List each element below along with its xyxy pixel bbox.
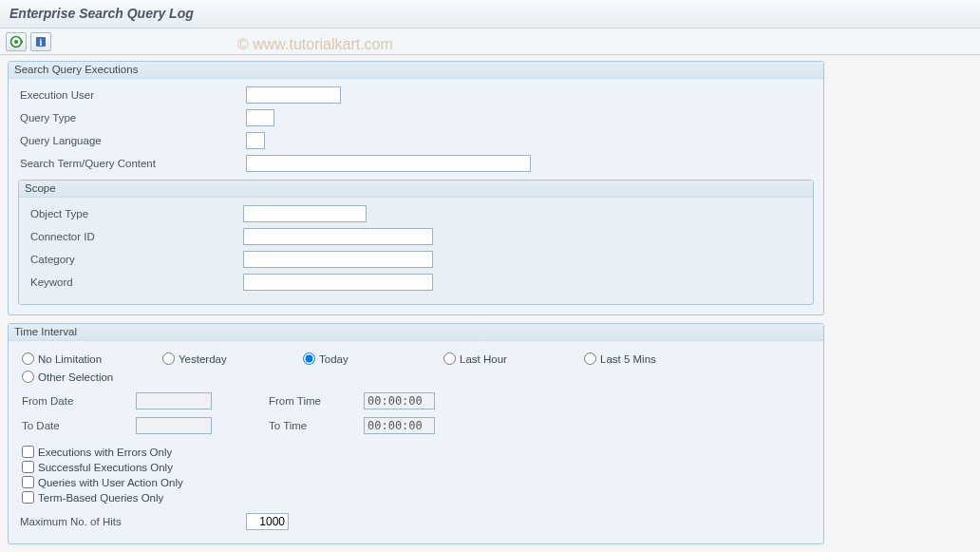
check-term-based-only[interactable]: Term-Based Queries Only <box>22 491 810 504</box>
to-date-input[interactable] <box>136 417 212 434</box>
radio-yesterday[interactable]: Yesterday <box>162 352 267 365</box>
query-lang-label: Query Language <box>18 135 246 146</box>
time-date-grid: From Date To Date From Time To Time <box>18 389 814 440</box>
radio-no-limitation[interactable]: No Limitation <box>22 352 126 365</box>
check-errors-only[interactable]: Executions with Errors Only <box>22 446 810 458</box>
execute-icon <box>9 35 23 48</box>
keyword-label: Keyword <box>28 276 243 288</box>
connector-id-input[interactable] <box>243 228 433 245</box>
svg-text:i: i <box>40 37 43 48</box>
window-title: Enterprise Search Query Log <box>9 6 194 21</box>
query-lang-input[interactable] <box>246 132 265 149</box>
execute-button[interactable] <box>6 32 27 51</box>
category-label: Category <box>28 254 243 265</box>
scope-panel: Scope Object Type Connector ID Category <box>18 180 814 305</box>
check-success-only[interactable]: Successful Executions Only <box>22 461 810 473</box>
radio-last-5-mins[interactable]: Last 5 Mins <box>584 352 688 365</box>
radio-other-selection[interactable]: Other Selection <box>22 371 126 383</box>
svg-point-1 <box>14 40 18 44</box>
check-user-action-only[interactable]: Queries with User Action Only <box>22 476 810 488</box>
from-date-label: From Date <box>22 395 136 407</box>
scope-title: Scope <box>19 181 813 198</box>
max-hits-label: Maximum No. of Hits <box>18 516 246 527</box>
query-type-label: Query Type <box>18 112 246 124</box>
connector-id-label: Connector ID <box>28 231 243 242</box>
search-query-executions-panel: Search Query Executions Execution User Q… <box>8 61 824 315</box>
from-time-label: From Time <box>269 395 364 407</box>
search-term-label: Search Term/Query Content <box>18 158 246 169</box>
category-input[interactable] <box>243 251 433 268</box>
exec-user-input[interactable] <box>246 86 341 104</box>
from-time-input[interactable] <box>364 392 435 409</box>
time-interval-panel: Time Interval No Limitation Yesterday To… <box>8 323 824 544</box>
object-type-label: Object Type <box>28 208 243 219</box>
panel1-title: Search Query Executions <box>9 62 823 79</box>
panel2-title: Time Interval <box>9 324 823 341</box>
title-bar: Enterprise Search Query Log <box>0 0 980 29</box>
radio-last-hour[interactable]: Last Hour <box>443 352 548 365</box>
toolbar: i <box>0 29 980 55</box>
object-type-input[interactable] <box>243 205 367 222</box>
info-button[interactable]: i <box>30 32 51 51</box>
to-time-label: To Time <box>269 420 364 431</box>
to-time-input[interactable] <box>364 417 435 434</box>
info-icon: i <box>34 35 47 48</box>
to-date-label: To Date <box>22 420 136 431</box>
checkbox-group: Executions with Errors Only Successful E… <box>18 440 814 507</box>
search-term-input[interactable] <box>246 155 531 172</box>
max-hits-input[interactable] <box>246 513 289 530</box>
radio-today[interactable]: Today <box>303 352 407 365</box>
exec-user-label: Execution User <box>18 89 246 101</box>
time-radio-group: No Limitation Yesterday Today Last Hour … <box>18 347 814 371</box>
main-content: Search Query Executions Execution User Q… <box>0 55 980 552</box>
keyword-input[interactable] <box>243 274 433 291</box>
from-date-input[interactable] <box>136 392 212 409</box>
query-type-input[interactable] <box>246 109 274 126</box>
